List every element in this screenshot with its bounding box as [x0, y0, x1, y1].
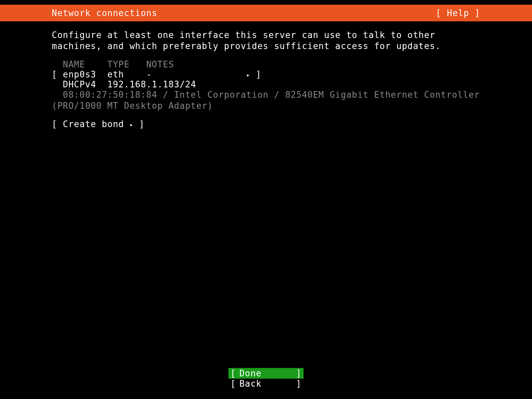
done-button[interactable]: [ Done ] [229, 368, 304, 379]
bracket-close: ] [139, 119, 145, 129]
table-header-row: NAME TYPE NOTES [52, 59, 480, 69]
footer-buttons: [ Done ] [ Back ] [229, 368, 304, 389]
interface-ip: 192.168.1.183/24 [107, 79, 196, 89]
bracket-open: [ [231, 368, 236, 378]
bracket-open: [ [52, 69, 57, 79]
help-button[interactable]: [ Help ] [436, 8, 480, 18]
col-type: TYPE [107, 59, 130, 69]
interface-name: enp0s3 [63, 69, 96, 79]
back-button[interactable]: [ Back ] [229, 379, 304, 389]
top-stripe [0, 0, 532, 5]
interface-hardware-info: 08:00:27:50:18:84 / Intel Corporation / … [52, 89, 480, 111]
triangle-right-icon: ▸ [246, 72, 250, 78]
interface-row[interactable]: [ enp0s3 eth - ▸ ] [52, 69, 480, 79]
col-name: NAME [63, 59, 85, 69]
bracket-close: ] [256, 69, 261, 79]
create-bond-button[interactable]: [ Create bond ▸ ] [52, 119, 480, 129]
bracket-close: ] [296, 368, 302, 378]
page-title: Network connections [52, 8, 157, 18]
interface-dhcp-row: DHCPv4 192.168.1.183/24 [52, 79, 480, 89]
create-bond-label: Create bond [63, 119, 124, 129]
description-text: Configure at least one interface this se… [52, 30, 480, 51]
main-content: Configure at least one interface this se… [0, 21, 532, 129]
interface-notes: - [146, 69, 152, 79]
bracket-open: [ [231, 379, 236, 389]
dhcp-label: DHCPv4 [63, 79, 96, 89]
bracket-close: ] [296, 379, 302, 389]
bracket-open: [ [52, 119, 57, 129]
triangle-right-icon: ▸ [129, 122, 134, 128]
col-notes: NOTES [146, 59, 174, 69]
back-label: Back [236, 379, 296, 389]
interface-type: eth [107, 69, 124, 79]
done-label: Done [236, 368, 296, 378]
header-bar: Network connections [ Help ] [0, 5, 532, 21]
